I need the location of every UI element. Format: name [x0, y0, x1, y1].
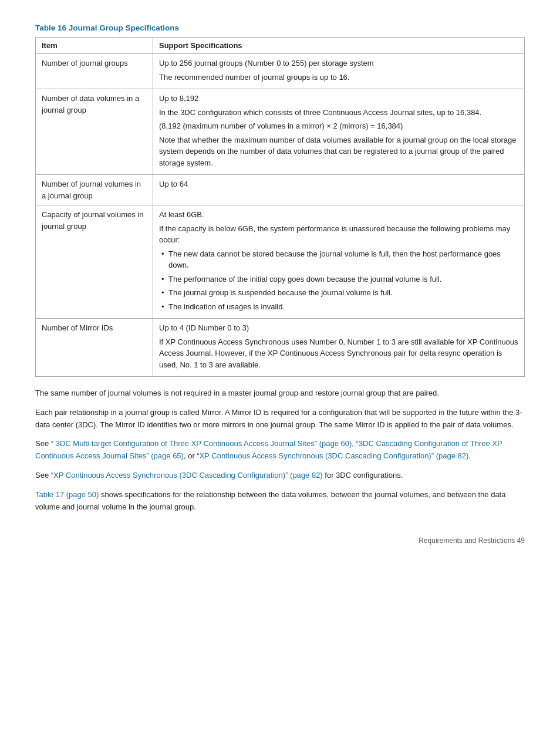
spec-para-0-0: Up to 256 journal groups (Number 0 to 25…: [159, 58, 518, 69]
link-3dc-multi[interactable]: “ 3DC Multi-target Configuration of Thre…: [51, 439, 352, 448]
col-header-specs: Support Specifications: [153, 38, 525, 54]
body-para-4: Table 17 (page 50) shows specifications …: [35, 489, 525, 514]
bullet-item-3-2: The journal group is suspended because t…: [159, 287, 518, 299]
body-para-0: The same number of journal volumes is no…: [35, 387, 525, 400]
table-row-spec-2: Up to 64: [153, 175, 525, 205]
link-xp-sync[interactable]: “XP Continuous Access Synchronous (3DC C…: [197, 451, 468, 460]
spec-para-1-1: In the 3DC configuration which consists …: [159, 107, 518, 119]
spec-para-4-0: Up to 4 (ID Number 0 to 3): [159, 322, 518, 334]
table-row-spec-3: At least 6GB.If the capacity is below 6G…: [153, 205, 525, 319]
bullet-item-3-3: The indication of usages is invalid.: [159, 301, 518, 313]
journal-group-table: Item Support Specifications Number of jo…: [35, 37, 525, 377]
col-header-item: Item: [36, 38, 153, 54]
table-title: Table 16 Journal Group Specifications: [35, 23, 525, 32]
spec-para-4-1: If XP Continuous Access Synchronous uses…: [159, 336, 518, 371]
bullet-item-3-0: The new data cannot be stored because th…: [159, 248, 518, 271]
spec-para-1-0: Up to 8,192: [159, 93, 518, 104]
link-xp-sync-2[interactable]: “XP Continuous Access Synchronous (3DC C…: [51, 471, 323, 480]
table-row-item-0: Number of journal groups: [36, 54, 153, 89]
spec-para-2-0: Up to 64: [159, 178, 518, 190]
table-row-spec-1: Up to 8,192In the 3DC configuration whic…: [153, 89, 525, 175]
spec-para-3-0: At least 6GB.: [159, 209, 518, 221]
body-para-2: See “ 3DC Multi-target Configuration of …: [35, 438, 525, 463]
table-row-item-3: Capacity of journal volumes in journal g…: [36, 205, 153, 319]
link-table17[interactable]: Table 17 (page 50): [35, 490, 99, 499]
page-footer: Requirements and Restrictions 49: [35, 536, 525, 545]
bullet-item-3-1: The performance of the initial copy goes…: [159, 274, 518, 285]
table-row-item-1: Number of data volumes in a journal grou…: [36, 89, 153, 175]
table-row-spec-0: Up to 256 journal groups (Number 0 to 25…: [153, 54, 525, 89]
table-row-item-4: Number of Mirror IDs: [36, 319, 153, 377]
body-para-1: Each pair relationship in a journal grou…: [35, 407, 525, 431]
spec-para-1-2: (8,192 (maximum number of volumes in a m…: [159, 120, 518, 132]
body-para-3: See “XP Continuous Access Synchronous (3…: [35, 470, 525, 482]
spec-para-0-1: The recommended number of journal groups…: [159, 72, 518, 83]
spec-para-3-1: If the capacity is below 6GB, the system…: [159, 223, 518, 246]
table-row-spec-4: Up to 4 (ID Number 0 to 3)If XP Continuo…: [153, 319, 525, 377]
spec-para-1-3: Note that whether the maximum number of …: [159, 134, 518, 169]
table-row-item-2: Number of journal volumes in a journal g…: [36, 175, 153, 205]
